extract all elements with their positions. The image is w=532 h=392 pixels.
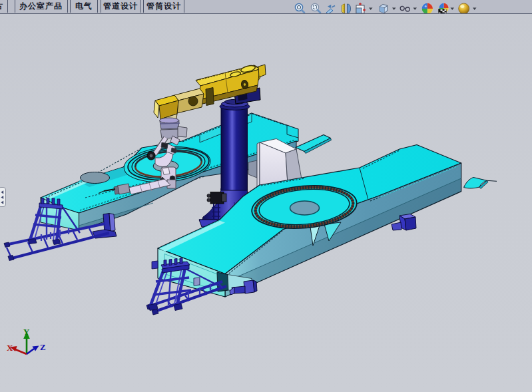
svg-text:Z: Z bbox=[40, 342, 46, 352]
svg-text:X: X bbox=[7, 343, 13, 353]
svg-text:Y: Y bbox=[23, 327, 30, 337]
